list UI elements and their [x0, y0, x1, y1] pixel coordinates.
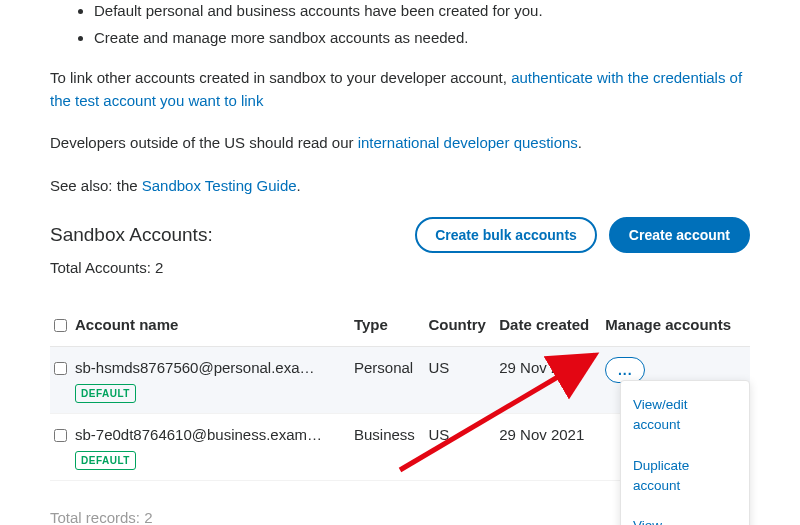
- total-accounts: Total Accounts: 2: [50, 257, 750, 280]
- account-name: sb-hsmds8767560@personal.exampl…: [75, 357, 325, 380]
- account-date: 29 Nov 2021: [499, 347, 605, 414]
- col-name: Account name: [75, 304, 354, 347]
- action-buttons: Create bulk accounts Create account: [415, 217, 750, 253]
- bullet-item: Create and manage more sandbox accounts …: [94, 27, 750, 50]
- row-checkbox[interactable]: [54, 362, 67, 375]
- create-account-button[interactable]: Create account: [609, 217, 750, 253]
- intl-questions-link[interactable]: international developer questions: [358, 134, 578, 151]
- section-title: Sandbox Accounts:: [50, 221, 213, 250]
- total-records: Total records: 2: [50, 507, 153, 525]
- section-header: Sandbox Accounts: Create bulk accounts C…: [50, 217, 750, 253]
- link-paragraph: To link other accounts created in sandbo…: [50, 67, 750, 112]
- account-country: US: [428, 414, 499, 481]
- col-country: Country: [428, 304, 499, 347]
- menu-view-edit[interactable]: View/edit account: [621, 385, 749, 446]
- create-bulk-button[interactable]: Create bulk accounts: [415, 217, 597, 253]
- see-also-paragraph: See also: the Sandbox Testing Guide.: [50, 175, 750, 198]
- intl-intro-text: Developers outside of the US should read…: [50, 134, 358, 151]
- account-name: sb-7e0dt8764610@business.example…: [75, 424, 325, 447]
- account-type: Personal: [354, 347, 428, 414]
- account-type: Business: [354, 414, 428, 481]
- col-type: Type: [354, 304, 428, 347]
- menu-notifications[interactable]: View notifications: [621, 506, 749, 525]
- row-checkbox[interactable]: [54, 429, 67, 442]
- manage-dropdown: View/edit account Duplicate account View…: [620, 380, 750, 525]
- account-country: US: [428, 347, 499, 414]
- dots-icon: ...: [618, 363, 633, 377]
- intro-bullets: Default personal and business accounts h…: [94, 0, 750, 49]
- bullet-item: Default personal and business accounts h…: [94, 0, 750, 23]
- account-date: 29 Nov 2021: [499, 414, 605, 481]
- intl-paragraph: Developers outside of the US should read…: [50, 132, 750, 155]
- col-date: Date created: [499, 304, 605, 347]
- col-manage: Manage accounts: [605, 304, 750, 347]
- select-all-checkbox[interactable]: [54, 319, 67, 332]
- menu-duplicate[interactable]: Duplicate account: [621, 446, 749, 507]
- see-also-pre: See also: the: [50, 177, 142, 194]
- sandbox-guide-link[interactable]: Sandbox Testing Guide: [142, 177, 297, 194]
- link-intro-text: To link other accounts created in sandbo…: [50, 69, 511, 86]
- default-badge: DEFAULT: [75, 451, 136, 470]
- default-badge: DEFAULT: [75, 384, 136, 403]
